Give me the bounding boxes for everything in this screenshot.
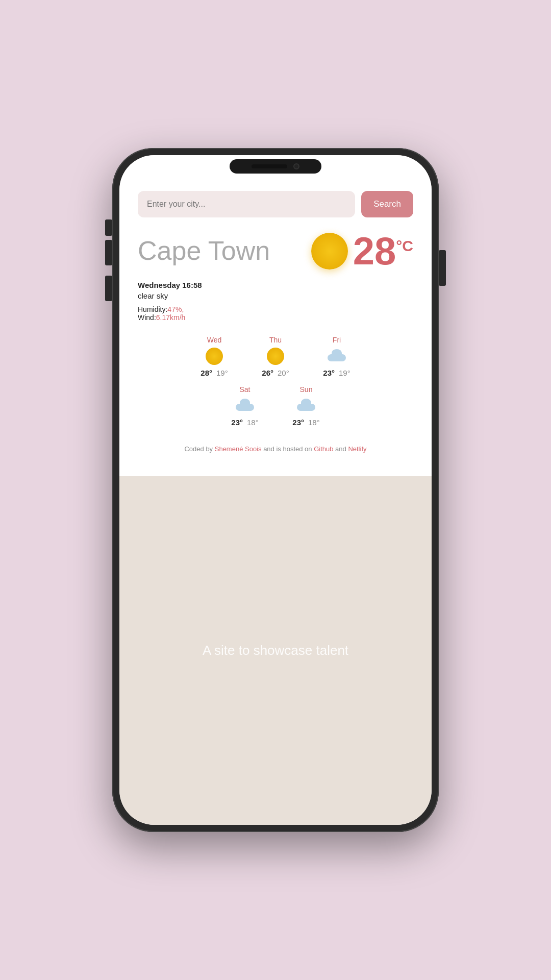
volume-down-button <box>105 276 112 301</box>
weather-app: Search Cape Town 28°C Wednesday 16:58 cl… <box>119 155 432 476</box>
forecast-day-label-thu: Thu <box>269 336 282 344</box>
forecast-section: Wed 28° 19° Thu <box>138 336 413 427</box>
forecast-day-label-wed: Wed <box>207 336 222 344</box>
notch-speaker <box>252 164 287 168</box>
forecast-day-label-fri: Fri <box>333 336 341 344</box>
main-temperature: 28°C <box>353 232 413 271</box>
silent-button <box>105 219 112 236</box>
search-button[interactable]: Search <box>361 191 413 217</box>
forecast-temps-fri: 23° 19° <box>323 369 350 377</box>
forecast-temps-sat: 23° 18° <box>231 418 258 427</box>
showcase-section: A site to showcase talent <box>119 476 432 825</box>
sun-icon-wed <box>206 348 223 365</box>
forecast-icon-thu <box>266 347 285 365</box>
weather-datetime: Wednesday 16:58 <box>138 281 413 289</box>
city-search-input[interactable] <box>138 191 355 217</box>
forecast-day-label-sun: Sun <box>300 385 313 394</box>
forecast-icon-wed <box>205 347 223 365</box>
volume-up-button <box>105 240 112 265</box>
search-row: Search <box>138 191 413 217</box>
weather-icon-temp: 28°C <box>311 232 413 271</box>
github-link[interactable]: Github <box>314 445 333 453</box>
forecast-thu: Thu 26° 20° <box>255 336 296 377</box>
forecast-icon-fri <box>328 347 346 365</box>
weather-details: Wednesday 16:58 clear sky Humidity:47%, … <box>138 281 413 322</box>
forecast-fri: Fri 23° 19° <box>316 336 357 377</box>
phone-notch <box>230 159 321 174</box>
showcase-text: A site to showcase talent <box>203 643 348 658</box>
forecast-temps-wed: 28° 19° <box>201 369 228 377</box>
cloud-icon-sat <box>236 401 254 411</box>
forecast-temps-thu: 26° 20° <box>262 369 289 377</box>
forecast-wed: Wed 28° 19° <box>194 336 235 377</box>
forecast-temps-sun: 23° 18° <box>292 418 319 427</box>
notch-camera <box>293 163 299 169</box>
forecast-icon-sun <box>297 397 315 415</box>
weather-stats: Humidity:47%, Wind:6.17km/h <box>138 305 413 322</box>
footer: Coded by Shemené Soois and is hosted on … <box>138 437 413 461</box>
cloud-icon-sun <box>297 401 315 411</box>
netlify-link[interactable]: Netlify <box>348 445 366 453</box>
author-link[interactable]: Shemené Soois <box>215 445 262 453</box>
sun-icon-thu <box>267 348 284 365</box>
forecast-sun: Sun 23° 18° <box>286 385 327 427</box>
forecast-row-1: Wed 28° 19° Thu <box>138 336 413 377</box>
phone-screen: Search Cape Town 28°C Wednesday 16:58 cl… <box>119 155 432 825</box>
sun-icon <box>311 233 348 270</box>
weather-description: clear sky <box>138 291 413 300</box>
forecast-row-2: Sat 23° 18° Sun <box>138 385 413 427</box>
forecast-icon-sat <box>236 397 254 415</box>
weather-main: Cape Town 28°C <box>138 232 413 271</box>
cloud-icon-fri <box>328 351 346 361</box>
city-name: Cape Town <box>138 236 270 265</box>
forecast-sat: Sat 23° 18° <box>224 385 265 427</box>
forecast-day-label-sat: Sat <box>239 385 250 394</box>
power-button <box>439 250 446 286</box>
phone-frame: Search Cape Town 28°C Wednesday 16:58 cl… <box>112 148 439 832</box>
